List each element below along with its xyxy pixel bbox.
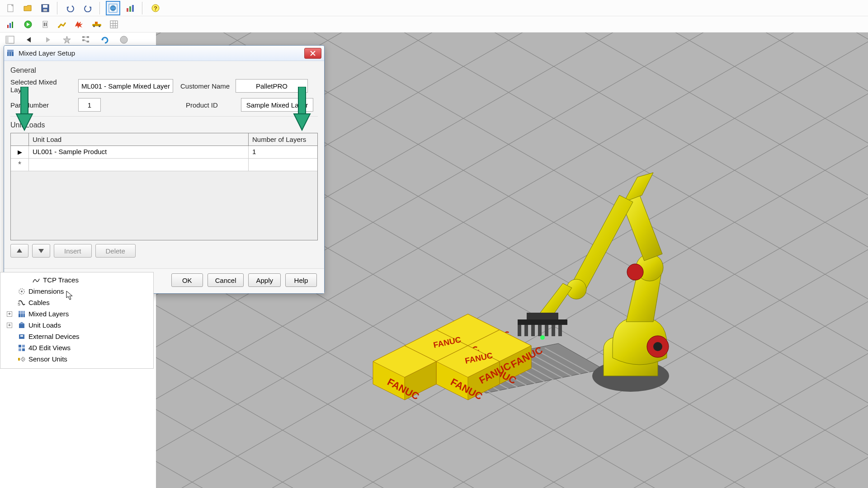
insert-button[interactable]: Insert bbox=[54, 244, 92, 258]
chart-icon[interactable] bbox=[123, 1, 137, 15]
play-icon[interactable] bbox=[21, 17, 35, 32]
grid-col-unit-load[interactable]: Unit Load bbox=[29, 133, 249, 145]
help-icon[interactable]: ? bbox=[148, 1, 163, 15]
expander-icon[interactable]: + bbox=[7, 311, 12, 317]
grid-row[interactable]: ▶ UL001 - Sample Product 1 bbox=[11, 146, 317, 159]
svg-rect-97 bbox=[20, 335, 23, 337]
redo-icon[interactable] bbox=[80, 1, 95, 15]
toolbar-separator bbox=[99, 2, 101, 14]
svg-rect-72 bbox=[518, 325, 521, 336]
world-sm-icon[interactable] bbox=[118, 33, 130, 46]
selected-mixed-layer-label: Selected Mixed Layer bbox=[10, 78, 73, 94]
expander-icon[interactable]: + bbox=[7, 323, 12, 328]
mixedlayer-icon bbox=[18, 310, 26, 318]
selected-mixed-layer-field[interactable] bbox=[78, 79, 173, 93]
svg-rect-98 bbox=[19, 345, 21, 347]
svg-rect-12 bbox=[9, 23, 11, 28]
grid-icon[interactable] bbox=[107, 17, 121, 32]
svg-rect-15 bbox=[43, 21, 47, 28]
stats-icon[interactable] bbox=[4, 17, 18, 32]
svg-rect-30 bbox=[82, 36, 85, 38]
svg-rect-78 bbox=[558, 325, 562, 336]
svg-text:?: ? bbox=[154, 5, 157, 12]
open-folder-icon[interactable] bbox=[21, 1, 35, 15]
undo-icon[interactable] bbox=[63, 1, 78, 15]
tree-item-mixed-layers[interactable]: + Mixed Layers bbox=[4, 308, 150, 319]
svg-rect-6 bbox=[127, 8, 128, 12]
svg-rect-80 bbox=[7, 52, 14, 56]
stop-icon[interactable] bbox=[38, 17, 52, 32]
svg-rect-33 bbox=[87, 41, 89, 42]
cancel-button[interactable]: Cancel bbox=[208, 273, 244, 287]
svg-rect-29 bbox=[6, 36, 9, 43]
nav-toolbar bbox=[4, 33, 130, 46]
tree-item-tcp-traces[interactable]: TCP Traces bbox=[4, 274, 150, 286]
dialog-body: General Selected Mixed Layer Customer Na… bbox=[4, 61, 324, 268]
grid-new-row[interactable]: * bbox=[11, 159, 317, 171]
toolbar-separator bbox=[57, 2, 59, 14]
help-button[interactable]: Help bbox=[285, 273, 317, 287]
convey-icon[interactable] bbox=[90, 17, 104, 32]
svg-rect-71 bbox=[518, 319, 567, 325]
customer-name-field[interactable] bbox=[236, 79, 308, 93]
row-selector-icon[interactable]: ▶ bbox=[11, 146, 29, 158]
mixed-layer-setup-dialog: Mixed Layer Setup General Selected Mixed… bbox=[4, 45, 325, 294]
tree-icon[interactable] bbox=[80, 33, 92, 46]
tree-label: Dimensions bbox=[28, 287, 64, 295]
svg-rect-11 bbox=[7, 25, 9, 28]
world-icon[interactable] bbox=[106, 1, 120, 15]
move-down-button[interactable] bbox=[32, 244, 50, 258]
collision-icon[interactable] bbox=[72, 17, 87, 32]
delete-button[interactable]: Delete bbox=[95, 244, 136, 258]
grid-cell-num-layers[interactable]: 1 bbox=[249, 146, 317, 158]
tree-label: Sensor Units bbox=[28, 355, 67, 363]
grid-cell-unit-load[interactable]: UL001 - Sample Product bbox=[29, 146, 249, 158]
product-id-label: Product ID bbox=[186, 101, 236, 109]
save-icon[interactable] bbox=[38, 1, 52, 15]
panel-icon[interactable] bbox=[4, 33, 16, 46]
project-tree[interactable]: TCP Traces Dimensions S Cables + Mixed L… bbox=[0, 272, 154, 369]
tree-item-unit-loads[interactable]: + Unit Loads bbox=[4, 319, 150, 331]
svg-rect-23 bbox=[110, 21, 118, 28]
new-file-icon[interactable] bbox=[4, 1, 18, 15]
apply-button[interactable]: Apply bbox=[248, 273, 281, 287]
tree-item-4d-edit-views[interactable]: 4D Edit Views bbox=[4, 342, 150, 353]
cable-icon: S bbox=[18, 299, 26, 307]
tree-item-dimensions[interactable]: Dimensions bbox=[4, 286, 150, 297]
svg-rect-74 bbox=[531, 325, 535, 336]
svg-rect-16 bbox=[44, 23, 45, 26]
part-number-field[interactable] bbox=[78, 98, 101, 112]
4dview-icon bbox=[18, 344, 26, 352]
svg-rect-22 bbox=[95, 22, 98, 24]
grid-col-num-layers[interactable]: Number of Layers bbox=[249, 133, 317, 145]
product-id-field[interactable] bbox=[241, 98, 313, 112]
forward-icon[interactable] bbox=[42, 33, 54, 46]
back-icon[interactable] bbox=[23, 33, 35, 46]
svg-point-68 bbox=[627, 264, 643, 280]
dialog-titlebar[interactable]: Mixed Layer Setup bbox=[4, 46, 324, 61]
grid-cell-unit-load[interactable] bbox=[29, 159, 249, 171]
close-button[interactable] bbox=[304, 48, 321, 59]
move-up-button[interactable] bbox=[10, 244, 28, 258]
dialog-icon bbox=[7, 49, 15, 57]
grid-cell-num-layers[interactable] bbox=[249, 159, 317, 171]
tree-label: 4D Edit Views bbox=[28, 344, 71, 352]
svg-point-5 bbox=[110, 5, 116, 11]
new-row-icon: * bbox=[11, 159, 29, 171]
robot-icon[interactable] bbox=[55, 17, 70, 32]
star-icon[interactable] bbox=[61, 33, 73, 46]
refresh-icon[interactable] bbox=[99, 33, 111, 46]
ok-button[interactable]: OK bbox=[171, 273, 203, 287]
svg-point-79 bbox=[540, 335, 545, 340]
grid-header: Unit Load Number of Layers bbox=[11, 133, 317, 146]
tree-label: Unit Loads bbox=[28, 321, 61, 329]
tree-item-cables[interactable]: S Cables bbox=[4, 297, 150, 308]
svg-rect-31 bbox=[82, 39, 85, 41]
svg-rect-95 bbox=[19, 324, 24, 328]
tree-item-sensor-units[interactable]: Sensor Units bbox=[4, 353, 150, 365]
svg-point-66 bbox=[653, 342, 662, 351]
unit-loads-grid[interactable]: Unit Load Number of Layers ▶ UL001 - Sam… bbox=[10, 133, 318, 240]
main-toolbar-1: ? bbox=[0, 0, 868, 16]
svg-point-89 bbox=[21, 291, 23, 292]
tree-item-external-devices[interactable]: External Devices bbox=[4, 331, 150, 342]
